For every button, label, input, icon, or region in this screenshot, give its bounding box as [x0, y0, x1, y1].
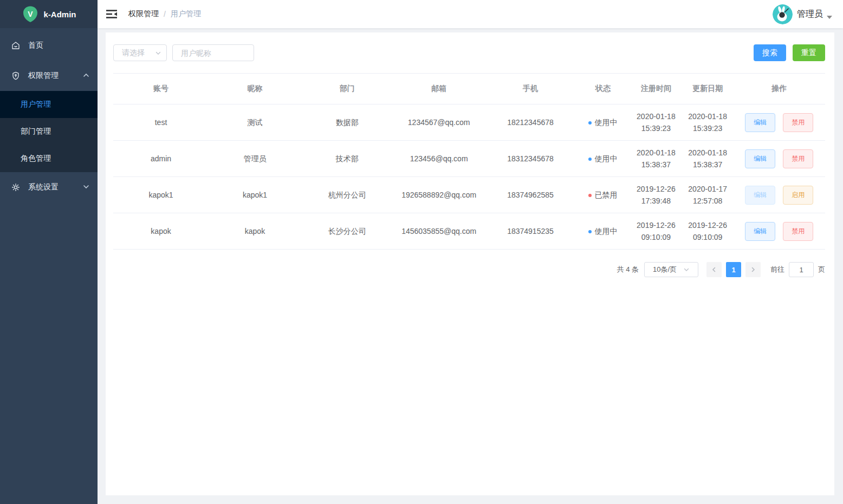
sidebar-collapse-icon[interactable]: [106, 9, 117, 19]
breadcrumb-item-current: 用户管理: [171, 9, 201, 19]
disable-button[interactable]: 禁用: [783, 222, 813, 241]
sidebar: V k-Admin 首页: [0, 0, 98, 504]
prev-page-button[interactable]: [706, 262, 722, 277]
chevron-left-icon: [711, 266, 717, 273]
cell-email: 1234567@qq.com: [393, 104, 485, 141]
logo: V k-Admin: [0, 0, 98, 28]
logo-text: k-Admin: [44, 10, 76, 19]
user-table: 账号 昵称 部门 邮箱 手机 状态 注册时间 更新日期 操作: [113, 73, 825, 250]
status-dot-icon: [588, 230, 592, 233]
table-row: kapok kapok 长沙分公司 1456035855@qq.com 1837…: [113, 213, 825, 250]
shield-icon: [11, 71, 21, 81]
cell-actions: 编辑 禁用: [733, 104, 825, 141]
pagination: 共 4 条 10条/页 1 前往 页: [113, 262, 825, 277]
cell-status: 使用中: [576, 213, 630, 250]
filter-bar: 请选择 搜索 重置: [113, 44, 825, 61]
cell-phone: 18312345678: [485, 141, 576, 177]
cell-account: kapok: [113, 213, 209, 250]
breadcrumb: 权限管理 / 用户管理: [128, 9, 201, 19]
cell-update-time: 2020-01-18 15:38:37: [682, 141, 734, 177]
nickname-input[interactable]: [172, 44, 254, 61]
column-header-department: 部门: [301, 74, 393, 104]
table-row: kapok1 kapok1 杭州分公司 1926588892@qq.com 18…: [113, 177, 825, 213]
column-header-register-time: 注册时间: [630, 74, 682, 104]
user-name: 管理员: [797, 9, 823, 20]
edit-button[interactable]: 编辑: [745, 149, 775, 168]
cell-email: 123456@qq.com: [393, 141, 485, 177]
column-header-actions: 操作: [733, 74, 825, 104]
sidebar-item-role-management[interactable]: 角色管理: [0, 145, 98, 172]
cell-nickname: 管理员: [209, 141, 301, 177]
sidebar-item-home[interactable]: 首页: [0, 30, 98, 61]
header: 权限管理 / 用户管理 管理员: [98, 0, 843, 28]
gear-icon: [11, 182, 21, 192]
cell-nickname: kapok: [209, 213, 301, 250]
column-header-update-time: 更新日期: [682, 74, 734, 104]
status-badge: 已禁用: [594, 191, 617, 199]
table-header: 账号 昵称 部门 邮箱 手机 状态 注册时间 更新日期 操作: [113, 74, 825, 104]
submenu-item-label: 部门管理: [21, 127, 51, 136]
submenu-item-label: 角色管理: [21, 154, 51, 163]
edit-button[interactable]: 编辑: [745, 222, 775, 241]
chevron-down-icon: [155, 50, 161, 56]
chevron-right-icon: [750, 266, 756, 273]
column-header-email: 邮箱: [393, 74, 485, 104]
edit-button[interactable]: 编辑: [745, 113, 775, 132]
reset-button[interactable]: 重置: [793, 44, 825, 61]
home-icon: [11, 41, 21, 50]
cell-register-time: 2019-12-26 09:10:09: [630, 213, 682, 250]
enable-button[interactable]: 启用: [783, 186, 813, 205]
cell-account: kapok1: [113, 177, 209, 213]
cell-register-time: 2020-01-18 15:38:37: [630, 141, 682, 177]
cell-phone: 18374915235: [485, 213, 576, 250]
sidebar-item-user-management[interactable]: 用户管理: [0, 91, 98, 118]
disable-button[interactable]: 禁用: [783, 113, 813, 132]
user-dropdown[interactable]: 管理员: [773, 4, 832, 24]
edit-button[interactable]: 编辑: [745, 186, 775, 205]
column-header-nickname: 昵称: [209, 74, 301, 104]
next-page-button[interactable]: [745, 262, 761, 277]
table-row: test 测试 数据部 1234567@qq.com 18212345678 使…: [113, 104, 825, 141]
cell-nickname: kapok1: [209, 177, 301, 213]
avatar[interactable]: [773, 4, 793, 24]
select-placeholder: 请选择: [122, 48, 145, 58]
cell-actions: 编辑 禁用: [733, 213, 825, 250]
caret-down-icon: [827, 16, 832, 19]
total-count: 共 4 条: [617, 265, 639, 274]
cell-status: 已禁用: [576, 177, 630, 213]
sidebar-item-system-settings[interactable]: 系统设置: [0, 172, 98, 202]
table-row: admin 管理员 技术部 123456@qq.com 18312345678 …: [113, 141, 825, 177]
goto-label: 前往: [770, 265, 784, 274]
sidebar-item-department-management[interactable]: 部门管理: [0, 118, 98, 145]
chevron-up-icon: [83, 71, 89, 80]
chevron-down-icon: [683, 266, 690, 273]
user-management-card: 请选择 搜索 重置 账号: [106, 32, 834, 495]
cell-actions: 编辑 启用: [733, 177, 825, 213]
cell-phone: 18212345678: [485, 104, 576, 141]
goto-page-input[interactable]: [789, 262, 814, 277]
cell-department: 技术部: [301, 141, 393, 177]
status-dot-icon: [588, 121, 592, 125]
sidebar-item-permission[interactable]: 权限管理: [0, 61, 98, 91]
cell-email: 1456035855@qq.com: [393, 213, 485, 250]
cell-department: 杭州分公司: [301, 177, 393, 213]
sidebar-item-label: 首页: [28, 41, 89, 50]
cell-account: test: [113, 104, 209, 141]
status-badge: 使用中: [594, 154, 617, 163]
cell-update-time: 2020-01-17 12:57:08: [682, 177, 734, 213]
column-header-status: 状态: [576, 74, 630, 104]
page-content: 请选择 搜索 重置 账号: [98, 28, 843, 504]
page-size-select[interactable]: 10条/页: [644, 262, 698, 277]
logo-letter: V: [28, 10, 33, 18]
cell-nickname: 测试: [209, 104, 301, 141]
column-header-account: 账号: [113, 74, 209, 104]
search-button[interactable]: 搜索: [754, 44, 786, 61]
cell-department: 长沙分公司: [301, 213, 393, 250]
status-select[interactable]: 请选择: [113, 44, 167, 61]
breadcrumb-item[interactable]: 权限管理: [128, 9, 159, 19]
permission-submenu: 用户管理 部门管理 角色管理: [0, 91, 98, 172]
page-unit-label: 页: [818, 265, 825, 274]
page-number-button[interactable]: 1: [726, 262, 741, 277]
disable-button[interactable]: 禁用: [783, 149, 813, 168]
cell-register-time: 2020-01-18 15:39:23: [630, 104, 682, 141]
